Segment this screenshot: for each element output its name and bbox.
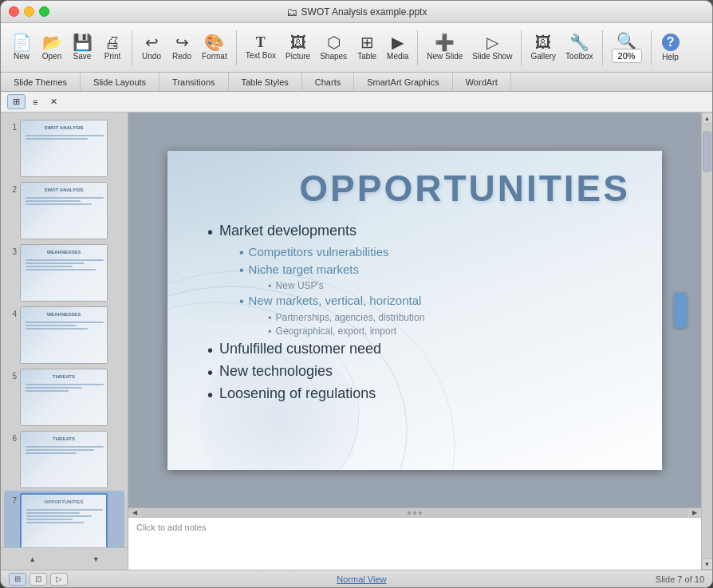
print-button[interactable]: 🖨 Print xyxy=(98,33,127,62)
notes-placeholder[interactable]: Click to add notes xyxy=(136,523,206,532)
traffic-lights xyxy=(9,6,49,17)
new-button[interactable]: 📄 New xyxy=(7,33,36,62)
media-icon: ▶ xyxy=(392,34,404,50)
save-icon: 💾 xyxy=(73,34,93,50)
help-icon: ? xyxy=(662,34,680,51)
panel-scroll-up[interactable]: ▲ xyxy=(1,548,65,570)
undo-icon: ↩ xyxy=(145,34,159,50)
maximize-button[interactable] xyxy=(39,6,49,17)
slide-thumb-2[interactable]: 2 SWOT ANALYSIS xyxy=(4,180,124,242)
presenter-view-button[interactable]: ▷ xyxy=(50,573,68,586)
slide-area: OPPORTUNITIES Market developments Compet… xyxy=(128,112,701,570)
slideshow-button[interactable]: ▷ Slide Show xyxy=(468,33,516,62)
sub-toolbar: ⊞ ≡ ✕ xyxy=(1,92,712,112)
bullet-list: Market developments Competitors vulnerab… xyxy=(207,223,638,404)
new-icon: 📄 xyxy=(12,34,32,50)
slide-thumb-5[interactable]: 5 THREATS xyxy=(4,366,124,428)
grid-view-button[interactable]: ⊞ xyxy=(7,94,26,109)
bullet-new-technologies: New technologies xyxy=(207,363,638,382)
slide-preview-4: WEAKNESSES xyxy=(20,306,108,364)
zoom-input[interactable] xyxy=(612,49,642,63)
right-scrollbar: ▲ ▼ xyxy=(701,112,712,570)
scroll-up-arrow[interactable]: ▲ xyxy=(702,112,713,124)
textbox-button[interactable]: T Text Box xyxy=(242,34,280,61)
scroll-down-arrow[interactable]: ▼ xyxy=(702,558,713,570)
toolbar-separator-4 xyxy=(521,30,522,65)
bullet-new-markets: New markets, vertical, horizontal xyxy=(239,294,638,309)
h-dot xyxy=(413,511,416,515)
slide-panel-scroll[interactable]: 1 SWOT ANALYSIS 2 SWOT ANALYSIS xyxy=(1,112,128,547)
tab-slide-layouts[interactable]: Slide Layouts xyxy=(81,73,160,91)
slide-thumb-4[interactable]: 4 WEAKNESSES xyxy=(4,304,124,366)
scroll-thumb[interactable] xyxy=(703,132,711,172)
toolbox-icon: 🔧 xyxy=(569,34,589,50)
slide-thumb-3[interactable]: 3 WEAKNESSES xyxy=(4,242,124,304)
media-button[interactable]: ▶ Media xyxy=(383,33,412,62)
normal-view-button[interactable]: ⊞ xyxy=(9,573,26,586)
format-icon: 🎨 xyxy=(204,34,224,50)
window-title: 🗂 SWOT Analysis example.pptx xyxy=(286,6,427,18)
panel-scroll-down[interactable]: ▼ xyxy=(65,548,128,570)
application-window: 🗂 SWOT Analysis example.pptx 📄 New 📂 Ope… xyxy=(0,0,713,588)
list-view-button[interactable]: ≡ xyxy=(27,95,43,109)
bullet-usp: New USP's xyxy=(268,280,638,293)
h-dot xyxy=(419,511,422,515)
main-toolbar: 📄 New 📂 Open 💾 Save 🖨 Print ↩ Undo ↪ Red… xyxy=(1,23,712,73)
bullet-regulations: Loosening of regulations xyxy=(207,385,638,404)
help-button[interactable]: ? Help xyxy=(656,32,685,63)
new-slide-button[interactable]: ➕ New Slide xyxy=(423,33,467,62)
tab-charts[interactable]: Charts xyxy=(302,73,354,91)
scroll-track[interactable] xyxy=(702,124,712,558)
notes-area[interactable]: Click to add notes xyxy=(128,517,701,570)
slide-preview-2: SWOT ANALYSIS xyxy=(20,182,108,239)
save-button[interactable]: 💾 Save xyxy=(68,33,97,62)
zoom-button[interactable]: 🔍 xyxy=(608,31,646,65)
slide-thumb-1[interactable]: 1 SWOT ANALYSIS xyxy=(4,117,124,180)
table-button[interactable]: ⊞ Table xyxy=(353,33,381,62)
slide-info: Slide 7 of 10 xyxy=(656,574,704,584)
slide-canvas-wrap[interactable]: OPPORTUNITIES Market developments Compet… xyxy=(128,112,701,507)
toolbar-separator-5 xyxy=(602,30,603,65)
close-button[interactable] xyxy=(9,6,19,17)
tab-wordart[interactable]: WordArt xyxy=(453,73,511,91)
close-panel-button[interactable]: ✕ xyxy=(45,94,63,109)
minimize-button[interactable] xyxy=(24,6,34,17)
horizontal-scrollbar[interactable]: ◀ ▶ xyxy=(128,507,701,517)
open-icon: 📂 xyxy=(42,34,62,50)
slide-scroll-indicator[interactable] xyxy=(674,293,687,328)
h-scroll-right[interactable]: ▶ xyxy=(688,508,701,518)
h-scroll-left[interactable]: ◀ xyxy=(128,508,141,518)
slide-preview-6: THREATS xyxy=(20,431,108,488)
h-dot xyxy=(408,511,411,515)
toolbar-separator-2 xyxy=(236,30,237,65)
slide-canvas[interactable]: OPPORTUNITIES Market developments Compet… xyxy=(167,151,662,470)
view-label[interactable]: Normal View xyxy=(337,574,386,584)
ribbon: Slide Themes Slide Layouts Transitions T… xyxy=(1,73,712,92)
bullet-market-developments: Market developments xyxy=(207,223,638,242)
gallery-button[interactable]: 🖼 Gallery xyxy=(526,33,560,62)
gallery-icon: 🖼 xyxy=(535,34,551,50)
status-bar: ⊞ ⊡ ▷ Normal View Slide 7 of 10 xyxy=(1,570,712,587)
slide-thumb-7[interactable]: 7 OPPORTUNITIES xyxy=(4,491,124,547)
bullet-niche: Niche target markets xyxy=(239,262,638,278)
table-icon: ⊞ xyxy=(360,34,374,50)
bullet-unfulfilled: Unfulfilled customer need xyxy=(207,341,638,360)
undo-button[interactable]: ↩ Undo xyxy=(137,33,166,62)
open-button[interactable]: 📂 Open xyxy=(37,33,66,62)
redo-button[interactable]: ↪ Redo xyxy=(167,33,196,62)
picture-button[interactable]: 🖼 Picture xyxy=(282,33,314,62)
slide-thumb-6[interactable]: 6 THREATS xyxy=(4,428,124,491)
tab-smartart[interactable]: SmartArt Graphics xyxy=(354,73,452,91)
tab-slide-themes[interactable]: Slide Themes xyxy=(1,73,81,91)
h-scroll-track xyxy=(141,511,688,515)
tab-transitions[interactable]: Transitions xyxy=(160,73,228,91)
slide-heading: OPPORTUNITIES xyxy=(207,167,638,210)
shapes-button[interactable]: ⬡ Shapes xyxy=(316,33,351,62)
textbox-icon: T xyxy=(256,35,266,49)
toolbox-button[interactable]: 🔧 Toolbox xyxy=(561,33,597,62)
slide-preview-1: SWOT ANALYSIS xyxy=(20,120,108,177)
format-button[interactable]: 🎨 Format xyxy=(198,33,231,62)
slide-preview-5: THREATS xyxy=(20,369,108,426)
tab-table-styles[interactable]: Table Styles xyxy=(229,73,302,91)
slide-sorter-button[interactable]: ⊡ xyxy=(30,573,47,586)
